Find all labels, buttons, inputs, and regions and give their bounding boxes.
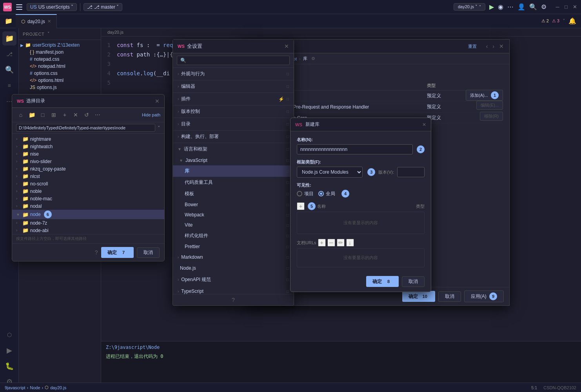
sidebar-item-structure[interactable]: ≡	[2, 78, 16, 93]
add-button[interactable]: 添加(A)... 1	[466, 90, 503, 101]
sidebar-toggle[interactable]: 📁	[2, 17, 16, 25]
item-template[interactable]: 模板 □	[173, 188, 294, 200]
tab-day20[interactable]: ⬡ day20.js ✕	[16, 14, 57, 28]
add-entry-button[interactable]: +	[297, 202, 305, 210]
more-icon[interactable]: ⋯	[507, 3, 514, 11]
debug-icon[interactable]: ◉	[498, 3, 503, 11]
add-icon[interactable]: +	[60, 110, 69, 120]
panel-close-button[interactable]: ✕	[499, 43, 504, 49]
run-button[interactable]: ▶	[489, 3, 494, 11]
tree-item-nightwatch[interactable]: › 📁 nightwatch	[12, 143, 164, 150]
modal-close-button[interactable]: ✕	[284, 43, 289, 49]
version-input[interactable]	[397, 167, 425, 177]
hide-path-button[interactable]: Hide path	[142, 113, 160, 117]
branch-button[interactable]: ⎇ ⎇ master ˅	[84, 3, 122, 11]
collapse-icon[interactable]: □	[38, 110, 47, 120]
minimize-button[interactable]: ─	[554, 4, 561, 10]
tree-item-nise[interactable]: › 📁 nise	[12, 150, 164, 158]
tree-item-node-7z[interactable]: › 📁 node-7z	[12, 219, 164, 227]
download-doc-button[interactable]: ↓	[346, 239, 354, 247]
item-plugins[interactable]: › 插件 ⚡ □	[173, 93, 294, 105]
sidebar-item-git[interactable]: ⎇	[2, 47, 16, 61]
search-icon[interactable]: 🔍	[529, 3, 537, 11]
statusbar-breadcrumb[interactable]: 9javascript › Node › ⬡ day20.js	[5, 385, 66, 390]
remove-doc-button[interactable]: ─	[327, 239, 335, 247]
item-javascript[interactable]: ▼ JavaScript □	[173, 155, 294, 165]
item-build[interactable]: › 构建、执行、部署 □	[173, 131, 294, 143]
new-lib-close-button[interactable]: ✕	[422, 122, 426, 127]
dialog-close-button[interactable]: ✕	[155, 98, 160, 104]
expand-all-icon[interactable]: ⊞	[49, 110, 58, 120]
new-lib-cancel-button[interactable]: 取消	[402, 276, 425, 287]
add-doc-button[interactable]: +	[318, 239, 326, 247]
tree-item-nightmare[interactable]: › 📁 nightmare	[12, 135, 164, 143]
item-typescript[interactable]: › TypeScript □	[173, 286, 294, 294]
panel-reset-button[interactable]: 重置	[468, 44, 477, 49]
path-input[interactable]	[16, 124, 155, 132]
item-openapi[interactable]: › OpenAPI 规范 □	[173, 274, 294, 286]
project-button[interactable]: US US userScripts ˅	[27, 3, 77, 11]
library-apply-button[interactable]: 应用(A) 9	[464, 290, 504, 302]
more-options-icon[interactable]: ⋯	[93, 110, 102, 120]
settings-icon[interactable]: ⚙	[541, 3, 547, 11]
path-dropdown-icon[interactable]: ˅	[158, 125, 160, 131]
item-nodejs[interactable]: Node.js □	[173, 263, 294, 274]
item-vcs[interactable]: › 版本控制 □	[173, 105, 294, 118]
tree-file-options-html[interactable]: </> options.html	[19, 77, 101, 84]
nav-forward-icon[interactable]: ›	[492, 43, 494, 49]
settings-search-input[interactable]	[177, 56, 290, 65]
framework-select[interactable]: Node.js Core Modules	[297, 167, 363, 178]
nav-back-icon[interactable]: ‹	[486, 43, 488, 49]
tab-close-button[interactable]: ✕	[47, 19, 51, 24]
tree-root[interactable]: ▶ 📁 userScripts Z:\13exten	[19, 42, 101, 49]
item-bower[interactable]: Bower □	[173, 200, 294, 210]
item-library[interactable]: 库 □	[173, 165, 294, 177]
library-ok-button[interactable]: 确定 10	[402, 291, 435, 302]
item-vite[interactable]: Vite □	[173, 220, 294, 230]
name-input[interactable]	[297, 144, 413, 154]
sidebar-item-terminal[interactable]: ⬡	[2, 328, 16, 342]
item-prettier[interactable]: Prettier □	[173, 241, 294, 252]
library-cancel-button[interactable]: 取消	[438, 291, 461, 302]
settings-help-icon[interactable]: ?	[232, 297, 235, 303]
tree-item-noble-mac[interactable]: › 📁 noble-mac	[12, 195, 164, 202]
item-languages[interactable]: ▼ 语言和框架 □	[173, 143, 294, 155]
project-header[interactable]: Project ˅	[19, 28, 101, 40]
sidebar-item-debug[interactable]: 🐛	[2, 359, 16, 373]
new-lib-ok-button[interactable]: 确定 8	[366, 276, 399, 287]
tree-item-noble[interactable]: › 📁 noble	[12, 187, 164, 195]
tree-file-options-js[interactable]: JS options.js	[19, 84, 101, 91]
menu-button[interactable]	[15, 3, 24, 11]
user-icon[interactable]: 👤	[517, 3, 525, 11]
bc-project[interactable]: day20.js	[107, 30, 123, 34]
expand-icon[interactable]: ˅	[563, 18, 565, 24]
maximize-button[interactable]: □	[563, 4, 569, 10]
tree-item-no-scroll[interactable]: › 📁 no-scroll	[12, 180, 164, 187]
remove-icon[interactable]: ✕	[71, 110, 80, 120]
home-icon[interactable]: ⌂	[16, 110, 25, 120]
item-markdown[interactable]: › Markdown □	[173, 252, 294, 263]
radio-global[interactable]: 全局	[318, 191, 335, 197]
sidebar-item-find[interactable]: 🔍	[2, 63, 16, 77]
help-icon[interactable]: ?	[95, 249, 98, 256]
notifications-icon[interactable]: 🔔	[568, 17, 576, 25]
tree-file-notepad-html[interactable]: </> notepad.html	[19, 63, 101, 70]
item-directory[interactable]: › 目录 □	[173, 118, 294, 130]
refresh-icon[interactable]: ↺	[82, 110, 91, 120]
edit-doc-button[interactable]: ✏	[337, 239, 345, 247]
tree-item-nivo-slider[interactable]: › 📁 nivo-slider	[12, 158, 164, 165]
sidebar-item-project[interactable]: 📁	[2, 31, 16, 45]
tree-item-nodal[interactable]: › 📁 nodal	[12, 202, 164, 210]
close-button[interactable]: ✕	[572, 4, 578, 10]
tree-item-nlcst[interactable]: › 📁 nlcst	[12, 172, 164, 180]
tree-file-options-css[interactable]: # options.css	[19, 70, 101, 77]
cancel-button[interactable]: 取消	[137, 247, 160, 258]
item-webpack[interactable]: Webpack □	[173, 210, 294, 220]
item-styled-components[interactable]: 样式化组件 □	[173, 230, 294, 241]
tree-item-node-abi[interactable]: › 📁 node-abi	[12, 227, 164, 234]
item-appearance[interactable]: › 外观与行为 □	[173, 68, 294, 80]
run-config-button[interactable]: day20.js ˅ ˅	[454, 3, 485, 11]
sidebar-item-run[interactable]: ▶	[2, 343, 16, 358]
tree-item-nkzq[interactable]: › 📁 nkzq_copy-paste	[12, 165, 164, 172]
tree-item-node[interactable]: ▼ 📁 node 6	[12, 210, 164, 219]
